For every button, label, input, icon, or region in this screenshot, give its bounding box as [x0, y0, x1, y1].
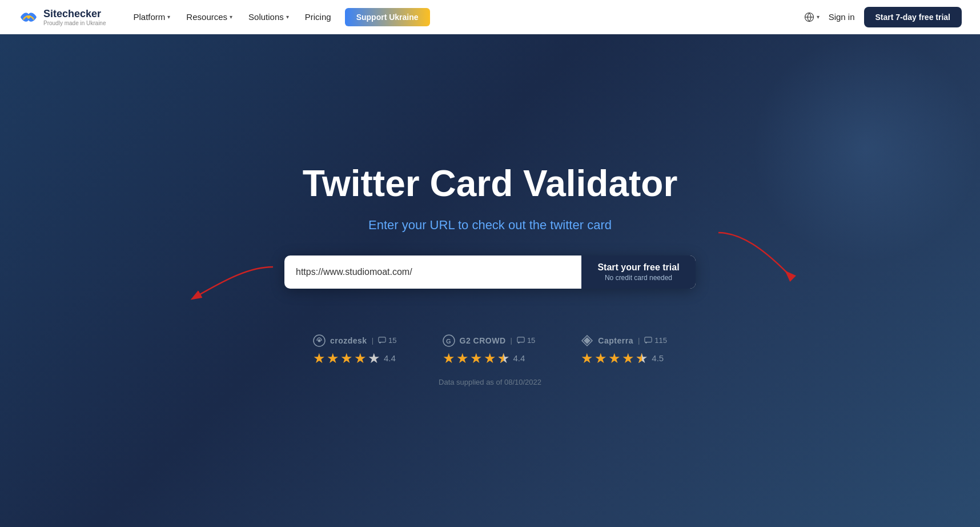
signin-link[interactable]: Sign in: [829, 12, 855, 22]
start-trial-button[interactable]: Start 7-day free trial: [864, 7, 962, 27]
svg-rect-10: [645, 337, 652, 342]
capterra-review-count: 115: [644, 336, 667, 345]
capterra-stars: ★ ★ ★ ★ ★ ★ 4.5: [581, 350, 664, 366]
chevron-down-icon: ▾: [230, 14, 232, 20]
g2crowd-score: 4.4: [513, 353, 525, 363]
crozdesk-logo-icon: [313, 334, 326, 347]
chevron-down-icon: ▾: [817, 14, 820, 20]
svg-rect-7: [517, 337, 524, 342]
capterra-label: Capterra: [598, 336, 633, 345]
crozdesk-score: 4.4: [384, 353, 396, 363]
svg-rect-4: [379, 337, 385, 342]
g2crowd-logo-icon: G: [443, 334, 455, 347]
arrow-left-indicator: [182, 261, 284, 307]
nav-solutions[interactable]: Solutions ▾: [242, 7, 296, 26]
nav-platform[interactable]: Platform ▾: [127, 7, 178, 26]
hero-subtitle: Enter your URL to check out the twitter …: [368, 218, 612, 233]
search-box: Start your free trial No credit card nee…: [284, 255, 696, 289]
rating-capterra: Capterra | 115 ★ ★ ★ ★ ★ ★ 4.5: [581, 334, 667, 366]
svg-text:G: G: [446, 337, 451, 344]
svg-point-0: [27, 15, 30, 18]
half-star: ★ ★: [636, 350, 648, 366]
g2crowd-stars: ★ ★ ★ ★ ★ ★ 4.4: [443, 350, 525, 366]
svg-point-3: [318, 339, 320, 342]
crozdesk-label: crozdesk: [330, 336, 367, 345]
cta-main-label: Start your free trial: [597, 262, 679, 273]
search-area: Start your free trial No credit card nee…: [284, 255, 696, 289]
capterra-logo-icon: [581, 334, 593, 347]
g2crowd-label: G2 CROWD: [460, 336, 506, 345]
hero-title: Twitter Card Validator: [303, 163, 678, 203]
url-input[interactable]: [284, 255, 581, 289]
subtitle-url-part: Enter your URL: [368, 218, 455, 232]
comment-icon: [517, 337, 525, 345]
nav-resources[interactable]: Resources ▾: [179, 7, 239, 26]
nav-pricing[interactable]: Pricing: [298, 7, 338, 26]
logo-icon: [18, 9, 39, 25]
navbar: Sitechecker Proudly made in Ukraine Plat…: [0, 0, 980, 34]
rating-g2crowd: G G2 CROWD | 15 ★ ★ ★ ★ ★ ★ 4.4: [443, 334, 536, 366]
crozdesk-review-count: 15: [378, 336, 396, 345]
comment-icon: [644, 337, 652, 345]
support-ukraine-button[interactable]: Support Ukraine: [345, 8, 430, 26]
comment-icon: [378, 337, 386, 345]
chevron-down-icon: ▾: [286, 14, 289, 20]
language-selector[interactable]: ▾: [804, 12, 820, 22]
nav-links: Platform ▾ Resources ▾ Solutions ▾ Prici…: [127, 7, 804, 26]
capterra-score: 4.5: [652, 353, 664, 363]
brand-name: Sitechecker: [43, 8, 106, 20]
ratings-section: crozdesk | 15 ★ ★ ★ ★ ★ 4.4 G: [313, 334, 667, 366]
rating-crozdesk: crozdesk | 15 ★ ★ ★ ★ ★ 4.4: [313, 334, 397, 366]
brand-tagline: Proudly made in Ukraine: [43, 20, 106, 26]
logo[interactable]: Sitechecker Proudly made in Ukraine: [18, 8, 106, 26]
g2crowd-review-count: 15: [517, 336, 535, 345]
data-source-label: Data supplied as of 08/10/2022: [439, 378, 541, 386]
half-star: ★ ★: [497, 350, 510, 366]
crozdesk-stars: ★ ★ ★ ★ ★ 4.4: [313, 350, 396, 366]
nav-right: ▾ Sign in Start 7-day free trial: [804, 7, 962, 27]
cta-sub-label: No credit card needed: [605, 274, 672, 282]
hero-section: Twitter Card Validator Enter your URL to…: [0, 34, 980, 527]
start-free-trial-button[interactable]: Start your free trial No credit card nee…: [581, 255, 696, 289]
arrow-right-indicator: [696, 227, 810, 284]
subtitle-rest: to check out the twitter card: [455, 218, 612, 232]
chevron-down-icon: ▾: [167, 14, 170, 20]
globe-icon: [804, 12, 814, 22]
